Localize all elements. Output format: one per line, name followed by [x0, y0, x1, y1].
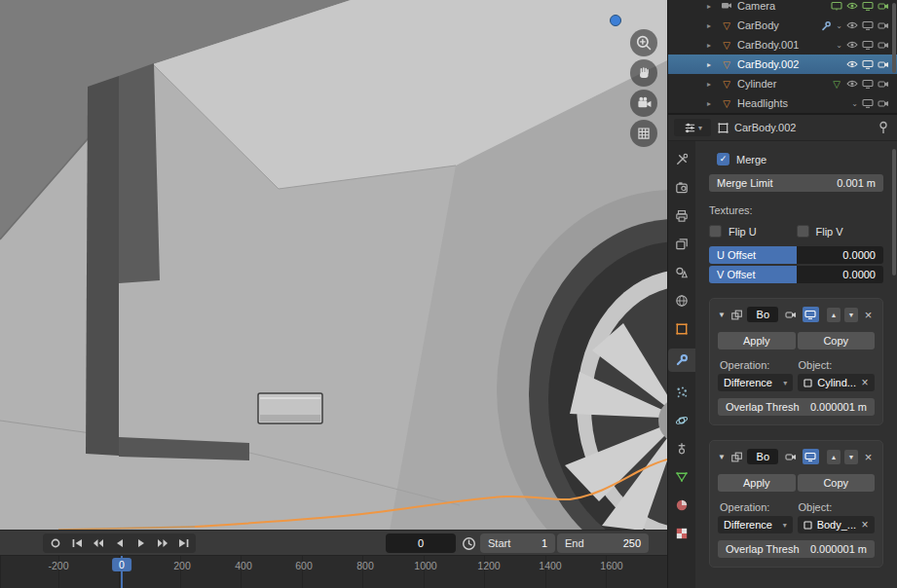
eye-icon[interactable] — [846, 20, 858, 30]
editor-type-button[interactable]: ▾ — [674, 119, 711, 136]
apply-button[interactable]: Apply — [718, 474, 796, 492]
render-camera-icon[interactable] — [878, 1, 889, 11]
3d-viewport[interactable]: 0 Start 1 End 250 -200 0 200 400 — [0, 0, 667, 588]
u-offset-field[interactable]: U Offset 0.0000 — [709, 246, 883, 264]
render-camera-icon[interactable] — [878, 40, 889, 50]
tab-physics[interactable] — [668, 412, 695, 428]
breadcrumb-object-name[interactable]: CarBody.002 — [734, 122, 796, 133]
outliner-row-camera[interactable]: ▸ Camera — [668, 0, 897, 16]
outliner-label[interactable]: CarBody.001 — [737, 39, 836, 51]
tab-output[interactable] — [668, 207, 695, 224]
object-selector[interactable]: Body_... × — [798, 516, 875, 533]
eye-icon[interactable] — [846, 40, 858, 50]
copy-button[interactable]: Copy — [798, 474, 876, 492]
outliner-row-carbody[interactable]: ▸ ▽ CarBody ⌄ — [668, 16, 897, 35]
timeline-ruler[interactable]: -200 0 200 400 600 800 1000 1200 1400 16… — [0, 556, 667, 588]
jump-start-icon[interactable] — [66, 533, 87, 553]
merge-limit-slider[interactable]: Merge Limit 0.001 m — [709, 174, 883, 192]
monitor-icon[interactable] — [862, 40, 874, 50]
move-up-button[interactable]: ▲ — [827, 308, 841, 322]
modifier-name-field[interactable]: Bo — [747, 449, 778, 464]
viewport-display-toggle-icon[interactable] — [803, 307, 819, 322]
expand-icon[interactable]: ▸ — [707, 21, 719, 30]
clear-object-icon[interactable]: × — [860, 377, 870, 388]
operation-dropdown[interactable]: Difference ▾ — [718, 374, 793, 391]
outliner-row-carbody002[interactable]: ▸ ▽ CarBody.002 — [668, 55, 897, 74]
render-camera-icon[interactable] — [878, 79, 889, 89]
v-offset-field[interactable]: V Offset 0.0000 — [709, 266, 883, 283]
tab-scene[interactable] — [668, 264, 695, 280]
tab-render[interactable] — [668, 179, 695, 196]
expand-icon[interactable]: ▸ — [707, 2, 719, 11]
chevron-down-icon[interactable]: ⌄ — [836, 21, 842, 30]
outliner-row-carbody001[interactable]: ▸ ▽ CarBody.001 ⌄ — [668, 35, 897, 55]
eye-icon[interactable] — [846, 59, 858, 69]
grid-icon[interactable] — [630, 120, 657, 147]
play-icon[interactable] — [131, 533, 151, 553]
monitor-icon[interactable] — [862, 98, 874, 108]
next-keyframe-icon[interactable] — [152, 533, 172, 553]
close-icon[interactable]: × — [862, 451, 875, 463]
current-frame-field[interactable]: 0 — [386, 533, 456, 553]
end-frame-field[interactable]: End 250 — [557, 533, 649, 553]
modifier-wrench-icon[interactable] — [820, 20, 832, 31]
modifier-header[interactable]: ▼ Bo ▲ ▼ × — [718, 306, 875, 323]
pin-icon[interactable] — [878, 121, 889, 134]
outliner-row-cylinder[interactable]: ▸ ▽ Cylinder ▽ — [668, 74, 897, 93]
outliner-scrollbar[interactable] — [892, 3, 896, 73]
viewport-display-toggle-icon[interactable] — [803, 449, 819, 464]
chevron-down-icon[interactable]: ⌄ — [851, 99, 858, 108]
zoom-icon[interactable] — [630, 29, 657, 56]
tab-world[interactable] — [668, 292, 695, 309]
render-toggle-icon[interactable] — [782, 449, 799, 464]
outliner-label[interactable]: Camera — [737, 0, 831, 12]
tab-material[interactable] — [668, 496, 695, 513]
prev-keyframe-icon[interactable] — [88, 533, 108, 553]
eye-icon[interactable] — [846, 79, 858, 89]
start-frame-field[interactable]: Start 1 — [480, 533, 555, 553]
expand-icon[interactable]: ▸ — [707, 41, 719, 50]
modifier-name-field[interactable]: Bo — [747, 307, 778, 322]
render-camera-icon[interactable] — [878, 98, 889, 108]
move-up-button[interactable]: ▲ — [827, 450, 841, 464]
hide-viewport-icon[interactable] — [831, 1, 842, 11]
tab-object[interactable] — [668, 320, 695, 337]
expand-icon[interactable]: ▸ — [707, 99, 719, 108]
monitor-icon[interactable] — [862, 1, 874, 11]
tab-constraints[interactable] — [668, 440, 695, 457]
tab-modifiers[interactable] — [668, 349, 695, 372]
operation-dropdown[interactable]: Difference ▾ — [718, 516, 793, 533]
render-camera-icon[interactable] — [878, 20, 889, 30]
tab-view-layer[interactable] — [668, 236, 695, 252]
overlap-threshold-slider[interactable]: Overlap Thresh 0.000001 m — [718, 540, 875, 558]
move-down-button[interactable]: ▼ — [844, 308, 858, 322]
expand-icon[interactable]: ▸ — [707, 80, 719, 89]
expand-icon[interactable]: ▸ — [707, 60, 719, 69]
overlap-threshold-slider[interactable]: Overlap Thresh 0.000001 m — [718, 398, 875, 416]
tab-particles[interactable] — [668, 384, 695, 400]
record-icon[interactable] — [45, 533, 65, 553]
apply-button[interactable]: Apply — [718, 332, 796, 349]
eye-icon[interactable] — [846, 1, 858, 11]
outliner-label[interactable]: Headlights — [737, 97, 851, 109]
move-down-button[interactable]: ▼ — [844, 450, 858, 464]
chevron-down-icon[interactable]: ⌄ — [836, 41, 842, 50]
render-camera-icon[interactable] — [878, 59, 889, 69]
copy-button[interactable]: Copy — [798, 332, 876, 349]
properties-scrollbar[interactable] — [892, 149, 896, 276]
object-selector[interactable]: Cylind... × — [798, 374, 875, 391]
collapse-icon[interactable]: ▼ — [718, 311, 727, 319]
tab-texture[interactable] — [668, 525, 695, 541]
camera-view-icon[interactable] — [630, 90, 657, 117]
tab-tool[interactable] — [668, 151, 695, 167]
outliner-label[interactable]: CarBody — [737, 19, 820, 31]
clear-object-icon[interactable]: × — [860, 519, 870, 531]
merge-checkbox[interactable]: ✓ — [717, 153, 729, 165]
hand-icon[interactable] — [630, 59, 657, 87]
playhead-badge[interactable]: 0 — [112, 558, 131, 571]
flip-v-checkbox[interactable] — [797, 225, 809, 238]
outliner-row-headlights[interactable]: ▸ ▽ Headlights ⌄ — [668, 93, 897, 113]
close-icon[interactable]: × — [862, 309, 875, 321]
render-toggle-icon[interactable] — [782, 307, 799, 322]
monitor-icon[interactable] — [862, 20, 874, 30]
